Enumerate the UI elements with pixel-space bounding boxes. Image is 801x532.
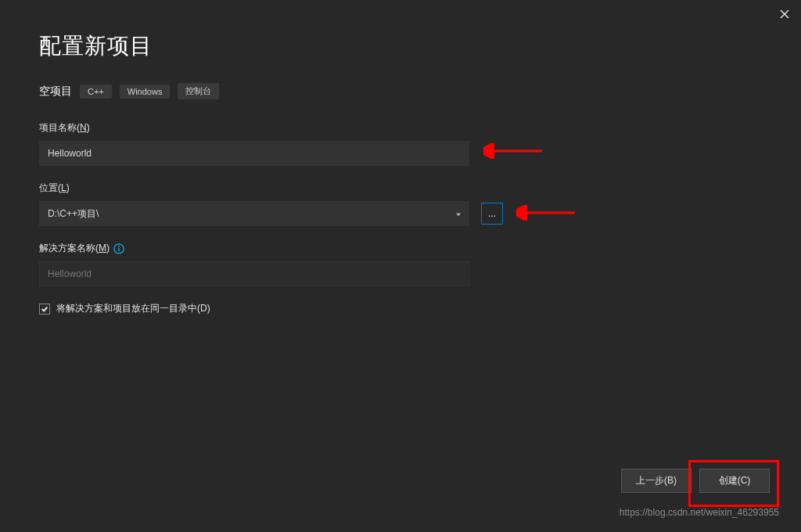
browse-button[interactable]: ... xyxy=(481,203,503,225)
same-directory-checkbox[interactable] xyxy=(39,304,50,315)
tag-windows: Windows xyxy=(120,84,171,99)
location-input[interactable] xyxy=(39,201,469,226)
dialog-body: 配置新项目 空项目 C++ Windows 控制台 项目名称(N) 位置(L) … xyxy=(0,0,801,315)
solution-name-group: 解决方案名称(M) xyxy=(39,242,477,286)
page-title: 配置新项目 xyxy=(39,31,762,61)
project-name-group: 项目名称(N) xyxy=(39,121,477,166)
location-select[interactable] xyxy=(39,201,469,226)
template-type: 空项目 xyxy=(39,84,72,99)
project-name-input[interactable] xyxy=(39,141,469,166)
watermark: https://blog.csdn.net/weixin_46293955 xyxy=(620,507,779,518)
svg-point-4 xyxy=(118,246,120,247)
same-directory-label: 将解决方案和项目放在同一目录中(D) xyxy=(56,302,210,315)
location-group: 位置(L) ... xyxy=(39,182,477,226)
solution-name-input xyxy=(39,261,469,286)
footer-buttons: 上一步(B) 创建(C) xyxy=(621,469,770,493)
solution-name-label: 解决方案名称(M) xyxy=(39,242,477,255)
same-directory-row: 将解决方案和项目放在同一目录中(D) xyxy=(39,302,762,315)
create-button[interactable]: 创建(C) xyxy=(699,469,770,493)
back-button[interactable]: 上一步(B) xyxy=(621,469,691,493)
project-name-label: 项目名称(N) xyxy=(39,121,477,135)
template-info-row: 空项目 C++ Windows 控制台 xyxy=(39,83,762,99)
close-button[interactable] xyxy=(780,8,789,22)
tag-cpp: C++ xyxy=(80,84,112,99)
location-label: 位置(L) xyxy=(39,182,477,195)
tag-console: 控制台 xyxy=(178,83,219,99)
info-icon[interactable] xyxy=(113,243,124,254)
svg-rect-5 xyxy=(118,247,119,250)
